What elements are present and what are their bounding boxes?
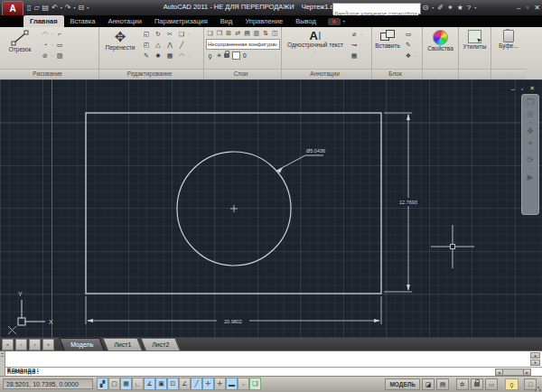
panel-utilities-footer[interactable]: ▾ [459,69,491,79]
workspace-gear-icon[interactable]: ✲ [456,378,469,390]
zoom-icon[interactable]: ⌖ [528,138,532,148]
dyn-toggle[interactable]: ✛ [214,378,226,390]
layer-freeze-icon[interactable]: ▤ [243,28,251,38]
sun-icon[interactable]: ☀ [215,51,223,61]
create-block-icon[interactable]: ▭ [403,29,414,39]
dimension-caret-icon[interactable]: ▾ [360,32,362,36]
scroll-right-icon[interactable]: ▶ [523,369,531,376]
viewcube-icon[interactable]: ❒ [527,98,534,107]
wheel-caret-icon[interactable]: ▾ [529,121,531,125]
attributes-icon[interactable]: ❖ [403,51,414,61]
edit-icon[interactable]: ✎ [141,51,152,61]
move-button[interactable]: ✥ Перенести [101,29,139,69]
qat-caret-icon[interactable]: ▾ [87,5,89,10]
help-icon[interactable]: ? [467,4,471,12]
next-layout-button[interactable]: › [29,339,41,350]
grid-toggle[interactable]: ▦ [120,378,132,390]
layer-state-combo[interactable]: Несохраненная конфигурация сл ▾ [206,39,280,50]
lock-icon[interactable] [224,53,229,58]
app-menu-button[interactable]: A [2,1,23,16]
viewport-close-icon[interactable]: ✕ [529,85,535,92]
scroll-down-icon[interactable]: ▼ [530,359,540,366]
arc-caret-icon[interactable]: ▾ [51,32,53,36]
rectangle-icon[interactable]: ▭ [54,40,65,50]
toolbar-lock-icon[interactable] [471,378,483,390]
layer-match-icon[interactable]: ❐ [215,28,223,38]
ribbon-state-icon[interactable] [328,18,341,25]
rotate-icon[interactable]: ↻ [153,29,164,39]
status-caret-icon[interactable]: ▾ [520,382,522,387]
hardware-accel-icon[interactable]: ▭ [485,378,498,390]
leader-icon[interactable]: ↝ [349,40,360,50]
panel-modify-footer[interactable]: Редактирование ▾ [99,69,203,79]
panel-layers-footer[interactable]: Слои ▾ [204,69,281,79]
grid-display-toggle[interactable]: ▢ [108,378,120,390]
line-button[interactable]: Отрезок [2,29,38,69]
viewport-restore-icon[interactable]: ▫ [521,86,523,92]
otrack-toggle[interactable]: ╱ [191,378,202,390]
tab-home[interactable]: Главная [23,15,64,27]
tab-manage[interactable]: Управление [238,15,289,27]
osnap-toggle[interactable]: ▣ [155,378,167,390]
layer-combo-caret-icon[interactable]: ▾ [275,53,276,58]
search-caret-icon[interactable]: ▾ [432,5,434,10]
new-file-icon[interactable]: ▯ [27,0,31,15]
edit-block-icon[interactable]: ✎ [403,40,414,50]
search-icon[interactable]: Θ [423,4,428,12]
scroll-up-icon[interactable]: ▲ [530,352,540,359]
annotation-bulb-icon[interactable]: ϙ [505,378,519,390]
viewport-minimize-icon[interactable]: – [511,86,515,92]
command-window-grip[interactable] [0,351,5,377]
osnap3d-toggle[interactable]: ⊡ [167,378,179,390]
prev-layout-button[interactable]: ‹ [15,339,27,350]
subscription-icon[interactable]: ✐ [437,4,444,12]
panel-block-footer[interactable]: Блок ▾ [372,69,422,79]
tab-layout2[interactable]: Лист2 [140,338,181,350]
panel-properties-footer[interactable]: ▾ [423,69,458,79]
model-icon[interactable]: ◪ [422,378,435,390]
redo-caret-icon[interactable]: ▾ [74,5,76,10]
layer-prev-icon[interactable]: ⊞ [225,28,233,38]
coordinates-display[interactable]: 28.5201, 10.7395, 0.0000 [3,378,93,389]
help-caret-icon[interactable]: ▾ [474,5,476,10]
lineweight-toggle[interactable]: ▬ [226,378,238,390]
undo-icon[interactable]: ↶ [51,0,58,15]
clipboard-button[interactable]: Буфе... [499,29,519,69]
orbit-caret-icon[interactable]: ▾ [529,167,531,171]
open-file-icon[interactable]: ▱ [33,0,39,15]
properties-button[interactable]: Свойства [427,29,453,69]
snap-toggle[interactable]: ▞ [97,378,108,390]
explode-icon[interactable]: ✹ [153,51,164,61]
utilities-button[interactable]: ➤ Утилиты [463,29,487,69]
fillet-icon[interactable]: △ [153,40,164,50]
mirror-icon[interactable]: ⋀ [164,40,175,50]
pan-icon[interactable]: ✥ [527,126,534,136]
tab-annotate[interactable]: Аннотации [101,15,148,27]
array-icon[interactable]: ▦ [164,51,175,61]
ellipse-icon[interactable]: ⊘ [40,51,51,61]
scrollbar-track[interactable] [503,369,523,376]
tab-output[interactable]: Вывод [289,15,322,27]
drawing-canvas[interactable]: Ø5.0436 12.7693 20.9802 [0,79,542,338]
attributes-caret-icon[interactable]: ▾ [415,53,416,58]
ortho-toggle[interactable]: ∟ [132,378,144,390]
circle-caret-icon[interactable]: ▾ [51,42,53,47]
dimension-icon[interactable]: ⌀ [349,29,360,39]
table-icon[interactable]: ▦ [349,51,360,61]
circle-icon[interactable]: ◔ [40,40,51,50]
layer-unlock-icon[interactable]: ◫ [271,28,279,38]
panel-clipboard-footer[interactable]: ▾ [491,69,526,79]
arc-icon[interactable]: ◠ [40,29,51,39]
polar-toggle[interactable]: ∡ [144,378,155,390]
tab-layout1[interactable]: Лист1 [102,338,143,350]
paper-icon[interactable]: ▤ [436,378,449,390]
chamfer-caret-icon[interactable]: ▾ [188,53,190,58]
showmotion-icon[interactable]: ▶ [528,173,534,182]
tab-insert[interactable]: Вставка [64,15,102,27]
trim-icon[interactable]: ✂ [164,29,175,39]
transparency-toggle[interactable]: ▫ [238,378,249,390]
save-icon[interactable]: ▤ [42,0,50,15]
orbit-icon[interactable]: ⟳ [527,155,534,165]
minimize-icon[interactable]: – [517,4,520,12]
tab-parametric[interactable]: Параметризация [148,15,214,27]
